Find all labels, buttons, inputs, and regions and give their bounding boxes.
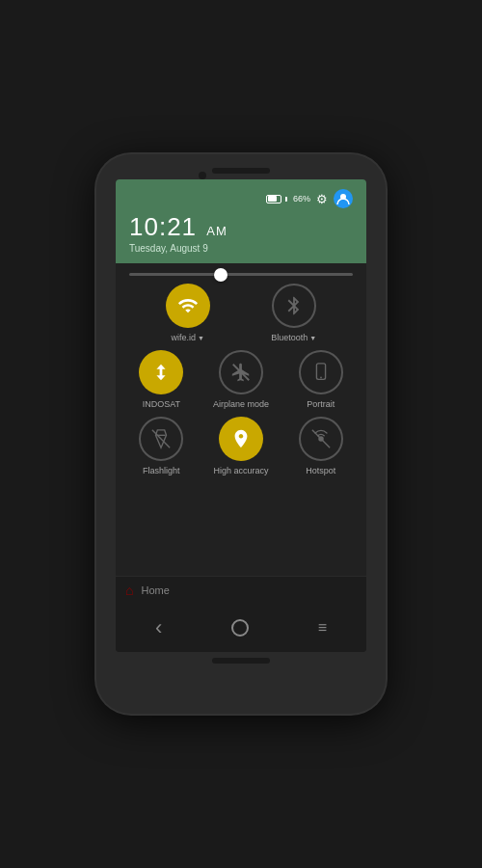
front-camera bbox=[199, 172, 206, 179]
toggle-portrait: Portrait bbox=[284, 350, 357, 409]
brightness-slider[interactable] bbox=[129, 273, 353, 276]
battery-fill bbox=[268, 196, 277, 202]
toggle-hotspot: Hotspot bbox=[284, 417, 357, 475]
home-button[interactable] bbox=[231, 619, 249, 637]
bt-dropdown-arrow: ▼ bbox=[309, 335, 316, 341]
airplane-label: Airplane mode bbox=[213, 399, 269, 409]
status-top-row: 66% ⚙ bbox=[129, 189, 353, 208]
bluetooth-label: Bluetooth ▼ bbox=[271, 333, 316, 342]
phone-device: 66% ⚙ 10:21 AM Tuesday, August 9 bbox=[96, 154, 386, 714]
home-label: Home bbox=[141, 584, 169, 596]
bottom-bar: ⌂ Home bbox=[116, 576, 366, 604]
home-icon: ⌂ bbox=[125, 583, 133, 598]
battery-icon bbox=[266, 195, 287, 203]
flashlight-button[interactable] bbox=[139, 417, 183, 461]
settings-icon[interactable]: ⚙ bbox=[316, 192, 328, 206]
portrait-button[interactable] bbox=[299, 350, 343, 394]
status-header: 66% ⚙ 10:21 AM Tuesday, August 9 bbox=[116, 179, 366, 263]
clock-time: 10:21 AM bbox=[129, 212, 353, 242]
phone-screen: 66% ⚙ 10:21 AM Tuesday, August 9 bbox=[116, 179, 366, 652]
nav-bar: ‹ ≡ bbox=[116, 604, 366, 652]
first-row-toggles: wife.id ▼ Bluetooth ▼ bbox=[125, 284, 357, 342]
brightness-row bbox=[125, 273, 357, 276]
toggle-airplane: Airplane mode bbox=[205, 350, 278, 409]
brightness-thumb[interactable] bbox=[214, 268, 228, 282]
toggle-indosat: INDOSAT bbox=[125, 350, 198, 409]
toggle-location: High accuracy bbox=[205, 417, 278, 475]
battery-percent: 66% bbox=[293, 194, 310, 203]
location-button[interactable] bbox=[219, 417, 263, 461]
user-avatar[interactable] bbox=[334, 189, 353, 208]
battery-body bbox=[266, 195, 281, 203]
speaker-top bbox=[212, 168, 270, 174]
quick-panel: wife.id ▼ Bluetooth ▼ bbox=[116, 263, 366, 576]
third-row-toggles: Flashlight High accuracy bbox=[125, 417, 357, 475]
battery-tip bbox=[285, 197, 287, 202]
clock-date: Tuesday, August 9 bbox=[129, 243, 353, 254]
hotspot-button[interactable] bbox=[299, 417, 343, 461]
indosat-button[interactable] bbox=[139, 350, 183, 394]
flashlight-label: Flashlight bbox=[143, 466, 180, 475]
wifi-button[interactable] bbox=[166, 284, 210, 328]
svg-point-3 bbox=[320, 377, 322, 379]
back-button[interactable]: ‹ bbox=[146, 611, 172, 644]
hotspot-label: Hotspot bbox=[306, 466, 335, 475]
toggle-bluetooth: Bluetooth ▼ bbox=[271, 284, 316, 342]
speaker-bottom bbox=[212, 658, 270, 664]
toggle-flashlight: Flashlight bbox=[125, 417, 198, 475]
toggle-wifi: wife.id ▼ bbox=[166, 284, 210, 342]
airplane-button[interactable] bbox=[219, 350, 263, 394]
portrait-label: Portrait bbox=[307, 399, 335, 409]
svg-line-6 bbox=[152, 430, 170, 448]
location-label: High accuracy bbox=[213, 466, 268, 475]
bluetooth-button[interactable] bbox=[272, 284, 316, 328]
menu-button[interactable]: ≡ bbox=[308, 615, 336, 640]
second-row-toggles: INDOSAT Airplane mode bbox=[125, 350, 357, 409]
wifi-label: wife.id ▼ bbox=[172, 333, 204, 342]
indosat-label: INDOSAT bbox=[143, 399, 180, 409]
wifi-dropdown-arrow: ▼ bbox=[198, 335, 204, 341]
